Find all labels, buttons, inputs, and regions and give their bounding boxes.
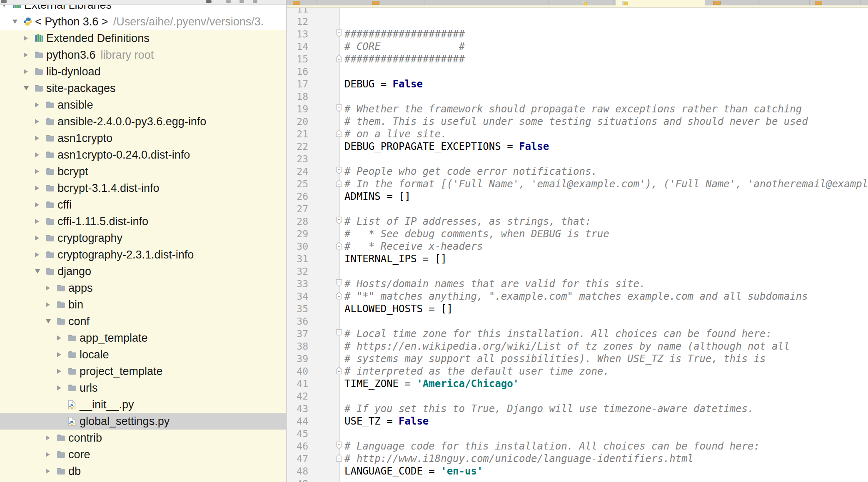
code-text[interactable]: # "*" matches anything, ".example.com" m…	[344, 290, 808, 303]
tree-row-bcrypt-3-1-4-dist-info[interactable]: bcrypt-3.1.4.dist-info	[0, 180, 286, 196]
tree-row-db[interactable]: db	[0, 463, 286, 480]
fold-region-start-icon[interactable]	[336, 328, 342, 340]
tree-row-site-packages[interactable]: site-packages	[0, 80, 286, 97]
chevron-down-icon[interactable]	[24, 86, 35, 90]
tree-row-ansible[interactable]: ansible	[0, 97, 286, 113]
tree-row-apps[interactable]: apps	[0, 280, 286, 296]
code-text[interactable]: # Local time zone for this installation.…	[344, 328, 772, 340]
chevron-down-icon[interactable]	[46, 319, 57, 323]
chevron-right-icon[interactable]	[35, 102, 46, 107]
code-text[interactable]: # In the format [('Full Name', 'email@ex…	[344, 178, 868, 190]
fold-region-end-icon[interactable]	[336, 290, 342, 303]
chevron-right-icon[interactable]	[46, 435, 57, 440]
fold-region-end-icon[interactable]	[336, 452, 342, 465]
tree-row-urls[interactable]: urls	[0, 380, 286, 396]
tree-row-cffi-1-11-5-dist-info[interactable]: cffi-1.11.5.dist-info	[0, 213, 286, 230]
code-text[interactable]: ADMINS = []	[344, 190, 411, 203]
project-tab-icon[interactable]	[1, 0, 7, 3]
chevron-down-icon[interactable]	[35, 269, 46, 273]
tree-row-locale[interactable]: locale	[0, 346, 286, 363]
code-text[interactable]: TIME_ZONE = 'America/Chicago'	[344, 378, 519, 390]
code-text[interactable]: # Whether the framework should propagate…	[344, 103, 802, 115]
chevron-right-icon[interactable]	[35, 152, 46, 157]
chevron-right-icon[interactable]	[35, 202, 46, 207]
code-text[interactable]: # systems may support all possibilities)…	[344, 353, 766, 365]
chevron-right-icon[interactable]	[57, 369, 68, 374]
code-text[interactable]: # List of IP addresses, as strings, that…	[344, 215, 591, 228]
code-text[interactable]: # * See debug comments, when DEBUG is tr…	[344, 228, 609, 240]
chevron-right-icon[interactable]	[24, 69, 35, 74]
fold-region-start-icon[interactable]	[336, 215, 342, 228]
tree-row-conf[interactable]: conf	[0, 313, 286, 330]
fold-region-end-icon[interactable]	[336, 53, 342, 65]
code-text[interactable]: # People who get code error notification…	[344, 165, 597, 178]
chevron-right-icon[interactable]	[57, 385, 68, 390]
code-text[interactable]: # Language code for this installation. A…	[344, 440, 760, 452]
fold-region-start-icon[interactable]	[336, 278, 342, 290]
tree-row-bin[interactable]: bin	[0, 296, 286, 313]
tree-row-core[interactable]: core	[0, 446, 286, 463]
fold-region-start-icon[interactable]	[336, 103, 342, 115]
code-text[interactable]: # * Receive x-headers	[344, 240, 483, 253]
code-text[interactable]: LANGUAGE_CODE = 'en-us'	[344, 465, 483, 477]
locate-file-icon[interactable]	[253, 0, 257, 3]
tree-row-init-py[interactable]: __init__.py	[0, 396, 286, 413]
tree-row-django[interactable]: django	[0, 263, 286, 280]
tree-row-global-settings-py[interactable]: global_settings.py	[0, 413, 286, 430]
gear-icon[interactable]	[206, 0, 212, 3]
chevron-right-icon[interactable]	[24, 36, 35, 41]
file-tab-icon[interactable]	[815, 1, 822, 5]
tree-row-lib-dynload[interactable]: lib-dynload	[0, 63, 286, 80]
tree-row-cryptography-2-3-1-dist-info[interactable]: cryptography-2.3.1.dist-info	[0, 246, 286, 263]
active-file-tab[interactable]	[616, 0, 705, 5]
code-text[interactable]: # Hosts/domain names that are valid for …	[344, 278, 645, 290]
chevron-right-icon[interactable]	[24, 52, 35, 57]
code-text[interactable]: # https://en.wikipedia.org/wiki/List_of_…	[344, 340, 790, 353]
file-tab-icon[interactable]	[372, 1, 379, 5]
tree-row-app-template[interactable]: app_template	[0, 330, 286, 346]
code-text[interactable]: ####################	[344, 28, 465, 40]
chevron-right-icon[interactable]	[46, 469, 57, 474]
code-text[interactable]: # If you set this to True, Django will u…	[344, 402, 754, 415]
code-text[interactable]: DEBUG = False	[344, 78, 423, 90]
code-text[interactable]: INTERNAL_IPS = []	[344, 253, 447, 265]
hide-panel-icon[interactable]	[226, 0, 231, 3]
tree-row-asn1crypto-0-24-0-dist-info[interactable]: asn1crypto-0.24.0.dist-info	[0, 147, 286, 163]
chevron-right-icon[interactable]	[57, 335, 68, 340]
tree-row-cryptography[interactable]: cryptography	[0, 230, 286, 246]
code-text[interactable]: DEBUG_PROPAGATE_EXCEPTIONS = False	[344, 140, 549, 153]
file-tab-icon[interactable]	[293, 1, 300, 5]
chevron-right-icon[interactable]	[35, 219, 46, 224]
tree-row-extended-definitions[interactable]: Extended Definitions	[0, 30, 286, 47]
chevron-right-icon[interactable]	[35, 136, 46, 141]
chevron-right-icon[interactable]	[35, 186, 46, 191]
tree-row-ansible-2-4-0-0-py3-6-egg-info[interactable]: ansible-2.4.0.0-py3.6.egg-info	[0, 113, 286, 130]
fold-region-start-icon[interactable]	[336, 28, 342, 40]
fold-region-end-icon[interactable]	[336, 240, 342, 253]
fold-region-start-icon[interactable]	[336, 440, 342, 452]
chevron-right-icon[interactable]	[57, 352, 68, 357]
fold-region-start-icon[interactable]	[336, 165, 342, 178]
chevron-right-icon[interactable]	[46, 286, 57, 291]
code-text[interactable]: # them. This is useful under some testin…	[344, 115, 808, 128]
code-text[interactable]: USE_TZ = False	[344, 415, 429, 427]
file-tab-icon[interactable]	[713, 1, 721, 5]
code-text[interactable]: # interpreted as the default user time z…	[344, 365, 609, 378]
code-text[interactable]: ALLOWED_HOSTS = []	[344, 303, 453, 315]
tree-row-bcrypt[interactable]: bcrypt	[0, 163, 286, 180]
collapse-all-icon[interactable]	[239, 0, 244, 3]
fold-region-end-icon[interactable]	[336, 128, 342, 140]
tree-row-python-3-6[interactable]: < Python 3.6 >/Users/aihe/.pyenv/version…	[0, 13, 286, 30]
fold-region-end-icon[interactable]	[336, 365, 342, 378]
file-tab-icon[interactable]	[581, 1, 586, 5]
chevron-right-icon[interactable]	[46, 452, 57, 457]
tree-row-contrib[interactable]: contrib	[0, 430, 286, 446]
file-tab-icon[interactable]	[622, 1, 627, 5]
tree-row-project-template[interactable]: project_template	[0, 363, 286, 380]
chevron-down-icon[interactable]	[12, 20, 23, 24]
fold-region-end-icon[interactable]	[336, 178, 342, 190]
tree-row-python3-6[interactable]: python3.6library root	[0, 47, 286, 63]
code-text[interactable]: # http://www.i18nguy.com/unicode/languag…	[344, 452, 693, 465]
code-text[interactable]: # CORE #	[344, 40, 465, 53]
tree-row-cffi[interactable]: cffi	[0, 196, 286, 213]
